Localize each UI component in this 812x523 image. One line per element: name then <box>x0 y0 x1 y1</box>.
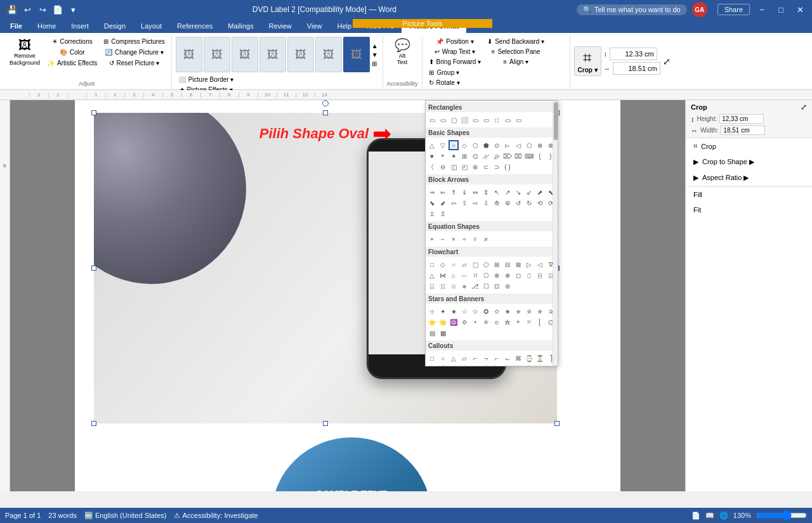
align-button[interactable]: ≡ Align ▾ <box>485 57 547 67</box>
tab-file[interactable]: File <box>3 19 30 33</box>
eq-2[interactable]: − <box>438 234 448 244</box>
rect-8[interactable]: ▭ <box>502 115 513 125</box>
bs-29[interactable]: ⊛ <box>470 162 480 172</box>
rect-3[interactable]: ▢ <box>449 115 459 125</box>
bs-17[interactable]: ⌬ <box>470 151 480 161</box>
crop-item-crop[interactable]: ⌗ Crop <box>686 138 812 154</box>
group-button[interactable]: ⊞ Group ▾ <box>426 68 462 77</box>
fc-10[interactable]: ▷ <box>524 259 534 269</box>
size-expand-button[interactable]: ⤢ <box>663 56 671 67</box>
sb-25[interactable]: ▤ <box>427 328 437 338</box>
rect-4[interactable]: ⬜ <box>459 115 469 125</box>
co-23[interactable]: ⎯ <box>535 364 545 366</box>
styles-expand[interactable]: ⊞ <box>371 60 379 68</box>
rect-2[interactable]: ▭ <box>438 115 448 125</box>
co-7[interactable]: ⌐ <box>492 353 502 363</box>
zoom-slider[interactable] <box>756 510 807 520</box>
bs-20[interactable]: ⌦ <box>502 151 513 161</box>
bs-4[interactable]: ◇ <box>459 140 469 150</box>
pic-style-2[interactable]: 🖼 <box>204 37 230 72</box>
sb-21[interactable]: ⌖ <box>513 317 523 327</box>
pic-style-5[interactable]: 🖼 <box>287 37 314 72</box>
co-15[interactable]: ⎦ <box>449 364 459 366</box>
sb-7[interactable]: ✫ <box>492 306 502 316</box>
save-button[interactable]: 💾 <box>5 3 19 16</box>
ba-26[interactable]: ⇬ <box>438 209 448 219</box>
sb-22[interactable]: ⌗ <box>524 317 534 327</box>
fc-27[interactable]: ⎅ <box>449 281 459 291</box>
co-1[interactable]: □ <box>427 353 437 363</box>
wrap-text-button[interactable]: ↩ Wrap Text ▾ <box>426 47 484 56</box>
rect-6[interactable]: ▭ <box>481 115 491 125</box>
eq-6[interactable]: ≠ <box>481 234 491 244</box>
co-6[interactable]: ¬ <box>481 353 491 363</box>
bs-21[interactable]: ⌧ <box>513 151 523 161</box>
pic-style-3[interactable]: 🖼 <box>232 37 258 72</box>
bs-26[interactable]: ⊖ <box>438 162 448 172</box>
handle-mid-left[interactable] <box>91 266 96 271</box>
panel-height-input[interactable] <box>719 114 764 124</box>
co-21[interactable]: ⎬ <box>513 364 523 366</box>
co-19[interactable]: ⎫ <box>492 364 502 366</box>
shapes-scrollbar[interactable] <box>553 101 558 366</box>
fc-23[interactable]: ⌸ <box>535 270 545 280</box>
fc-28[interactable]: ⎈ <box>459 281 469 291</box>
fc-5[interactable]: ▢ <box>470 259 480 269</box>
co-10[interactable]: ⌚ <box>524 353 534 363</box>
crop-item-aspect-ratio[interactable]: ▶ Aspect Ratio ▶ <box>686 170 812 186</box>
ba-8[interactable]: ↗ <box>502 187 513 197</box>
co-8[interactable]: ⌙ <box>502 353 513 363</box>
styles-down-arrow[interactable]: ▼ <box>371 51 379 59</box>
ba-4[interactable]: ⇓ <box>459 187 469 197</box>
bs-31[interactable]: ⊃ <box>492 162 502 172</box>
crop-expand-icon[interactable]: ⤢ <box>801 103 807 112</box>
sb-11[interactable]: ✯ <box>535 306 545 316</box>
panel-width-input[interactable] <box>721 126 765 135</box>
co-14[interactable]: ⎡ <box>438 364 448 366</box>
bs-13[interactable]: ♥ <box>427 151 437 161</box>
fc-26[interactable]: ⌻ <box>438 281 448 291</box>
tab-insert[interactable]: Insert <box>63 19 96 33</box>
fc-20[interactable]: ⊕ <box>502 270 513 280</box>
artistic-effects-button[interactable]: ✨ Artistic Effects <box>44 58 100 68</box>
bs-8[interactable]: ▻ <box>502 140 513 150</box>
ba-10[interactable]: ↙ <box>524 187 534 197</box>
ba-5[interactable]: ⇔ <box>470 187 480 197</box>
rotate-button[interactable]: ↻ Rotate ▾ <box>426 78 462 87</box>
bs-16[interactable]: ⊞ <box>459 151 469 161</box>
co-4[interactable]: ▱ <box>459 353 469 363</box>
bs-30[interactable]: ⊂ <box>481 162 491 172</box>
co-16[interactable]: ⎧ <box>459 364 469 366</box>
bs-19[interactable]: ⌮ <box>492 151 502 161</box>
bs-oval[interactable]: ○ <box>449 140 459 150</box>
minimize-button[interactable]: − <box>755 3 769 16</box>
sb-4[interactable]: ☆ <box>459 306 469 316</box>
co-20[interactable]: ⎪ <box>502 364 513 366</box>
tab-design[interactable]: Design <box>96 19 133 33</box>
eq-1[interactable]: + <box>427 234 437 244</box>
sb-1[interactable]: ⊹ <box>427 306 437 316</box>
fc-9[interactable]: ⊠ <box>513 259 523 269</box>
co-22[interactable]: ⎭ <box>524 364 534 366</box>
handle-bottom-mid[interactable] <box>323 421 328 426</box>
fc-3[interactable]: ○ <box>449 259 459 269</box>
sb-13[interactable]: ⭐ <box>427 317 437 327</box>
fc-22[interactable]: ⌷ <box>524 270 534 280</box>
sb-20[interactable]: ⛤ <box>502 317 513 327</box>
bs-2[interactable]: ▽ <box>438 140 448 150</box>
crop-item-to-shape[interactable]: ▶ Crop to Shape ▶ <box>686 154 812 170</box>
ba-2[interactable]: ⇐ <box>438 187 448 197</box>
bs-14[interactable]: ⌖ <box>438 151 448 161</box>
fc-8[interactable]: ⊟ <box>502 259 513 269</box>
fc-21[interactable]: ◻ <box>513 270 523 280</box>
sb-17[interactable]: ⭑ <box>470 317 480 327</box>
web-view-button[interactable]: 🌐 <box>719 512 728 520</box>
width-input[interactable] <box>613 62 660 75</box>
ba-3[interactable]: ⇑ <box>449 187 459 197</box>
ba-15[interactable]: ⇦ <box>449 198 459 208</box>
rect-7[interactable]: □ <box>492 115 502 125</box>
fc-2[interactable]: ◇ <box>438 259 448 269</box>
sb-26[interactable]: ▦ <box>438 328 448 338</box>
bs-1[interactable]: △ <box>427 140 437 150</box>
ba-13[interactable]: ⬊ <box>427 198 437 208</box>
